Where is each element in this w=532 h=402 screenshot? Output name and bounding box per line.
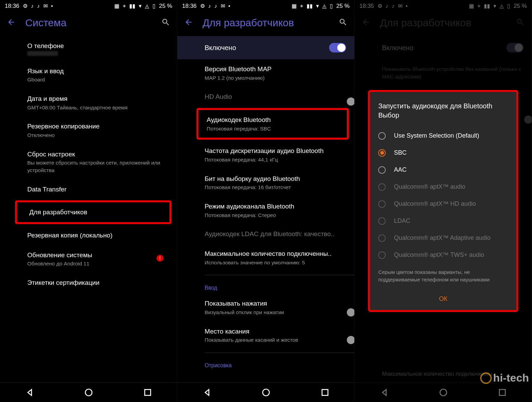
- nav-home-icon[interactable]: [262, 388, 270, 397]
- dialog-note: Серым цветом показаны варианты, не подде…: [378, 264, 508, 288]
- svg-point-2: [263, 389, 269, 396]
- master-toggle[interactable]: Включено: [177, 36, 354, 59]
- nfc-icon: ▦: [292, 3, 297, 9]
- radio-option-sbc[interactable]: SBC: [378, 144, 508, 161]
- section-input: Ввод: [177, 279, 354, 294]
- nfc-icon: ▦: [114, 3, 119, 9]
- toggle-switch[interactable]: [329, 43, 346, 52]
- radio-option-default[interactable]: Use System Selection (Default): [378, 127, 508, 144]
- battery-icon: ▯: [330, 3, 333, 9]
- radio-icon: [378, 217, 386, 225]
- item-reset[interactable]: Сброс настроек Вы можете сбросить настро…: [0, 144, 177, 180]
- svg-rect-1: [145, 389, 150, 395]
- codec-dialog: Запустить аудиокодек для Bluetooth Выбор…: [368, 90, 518, 312]
- nav-recent-icon[interactable]: [143, 388, 152, 397]
- radio-icon: [378, 183, 386, 191]
- item-pointer-location[interactable]: Место касания Показывать данные касаний …: [177, 322, 354, 349]
- gear-icon: ⚙: [200, 3, 205, 9]
- nav-back-icon[interactable]: [25, 388, 34, 397]
- watermark: hi-tech: [480, 372, 529, 384]
- item-language[interactable]: Язык и ввод Gboard: [0, 61, 177, 89]
- radio-icon: [378, 251, 386, 259]
- dialog-title: Запустить аудиокодек для Bluetooth Выбор: [378, 102, 508, 120]
- radio-option-ldac: LDAC: [378, 213, 508, 230]
- tiktok-icon: ♪: [31, 3, 34, 9]
- bluetooth-icon: ⌖: [123, 3, 126, 9]
- page-title: Для разработчиков: [203, 17, 329, 29]
- settings-list: О телефоне Язык и ввод Gboard Дата и вре…: [0, 36, 177, 382]
- item-about-phone[interactable]: О телефоне: [0, 36, 177, 61]
- vibrate-icon: ▮▮: [307, 3, 313, 9]
- battery-pct: 25 %: [336, 3, 350, 10]
- status-time: 18:36: [5, 3, 19, 10]
- dialog-overlay[interactable]: Запустить аудиокодек для Bluetooth Выбор…: [355, 0, 532, 402]
- nav-back-icon[interactable]: [203, 388, 211, 397]
- item-ldac-quality: Аудиокодек LDAC для Bluetooth: качество.…: [177, 224, 354, 244]
- item-developer-options[interactable]: Для разработчиков: [15, 200, 172, 224]
- wifi-icon: ▾: [139, 3, 142, 9]
- svg-rect-3: [322, 389, 328, 395]
- search-icon[interactable]: [339, 18, 348, 28]
- ok-button[interactable]: ОК: [378, 288, 508, 310]
- wifi-icon: ▾: [316, 3, 319, 9]
- back-icon[interactable]: [7, 18, 16, 28]
- item-bt-sample-rate[interactable]: Частота дискретизации аудио Bluetooth По…: [177, 141, 354, 169]
- radio-icon: [378, 132, 386, 140]
- vibrate-icon: ▮▮: [129, 3, 135, 9]
- status-time: 18:36: [182, 3, 197, 10]
- radio-option-aptx: Qualcomm® aptX™ audio: [378, 179, 508, 196]
- search-icon[interactable]: [161, 18, 170, 28]
- radio-icon: [378, 166, 386, 174]
- nav-recent-icon[interactable]: [321, 388, 329, 397]
- page-title: Система: [25, 17, 152, 29]
- status-bar: 18:36 ⚙ ♪ ♪ ✉ • ▦ ⌖ ▮▮ ▾ ◬ ▯ 25 %: [177, 0, 354, 12]
- radio-option-aptx-hd: Qualcomm® aptX™ HD audio: [378, 196, 508, 213]
- item-bt-bits[interactable]: Бит на выборку аудио Bluetooth Потоковая…: [177, 169, 354, 197]
- gmail-icon: ✉: [43, 3, 48, 9]
- item-bt-codec[interactable]: Аудиокодек Bluetooth Потоковая передача:…: [196, 108, 349, 140]
- radio-option-aac[interactable]: AAC: [378, 161, 508, 179]
- screenshot-codec-dialog: 18:35 ⚙ ♪ ♪ ✉ • ▦ ⌖ ▮▮ ▾ ◬ ▯ 25 % Для ра…: [355, 0, 532, 402]
- item-show-taps[interactable]: Показывать нажатия Визуальный отклик при…: [177, 294, 354, 321]
- tiktok-icon: ♪: [215, 3, 217, 9]
- no-sim-icon: ◬: [145, 3, 149, 9]
- item-date-time[interactable]: Дата и время GMT+08:00 Тайвань, стандарт…: [0, 89, 177, 117]
- screenshot-devoptions: 18:36 ⚙ ♪ ♪ ✉ • ▦ ⌖ ▮▮ ▾ ◬ ▯ 25 % Для ра…: [177, 0, 355, 402]
- tiktok-icon: ♪: [37, 3, 40, 9]
- divider: [205, 275, 354, 275]
- item-backup[interactable]: Резервное копирование Отключено: [0, 117, 177, 144]
- screenshot-system: 18:36 ⚙ ♪ ♪ ✉ • ▦ ⌖ ▮▮ ▾ ◬ ▯ 25 % Систем…: [0, 0, 177, 402]
- status-bar: 18:36 ⚙ ♪ ♪ ✉ • ▦ ⌖ ▮▮ ▾ ◬ ▯ 25 %: [0, 0, 177, 12]
- section-drawing: Отрисовка: [177, 356, 354, 371]
- item-local-backup[interactable]: Резервная копия (локально): [0, 226, 177, 245]
- item-certification[interactable]: Этикетки сертификации: [0, 273, 177, 293]
- item-data-transfer[interactable]: Data Transfer: [0, 180, 177, 199]
- update-badge: !: [157, 255, 163, 262]
- no-sim-icon: ◬: [322, 3, 326, 9]
- nav-home-icon[interactable]: [84, 388, 93, 397]
- radio-icon: [378, 200, 386, 208]
- radio-icon: [378, 149, 386, 157]
- svg-point-0: [85, 389, 92, 396]
- divider: [205, 353, 354, 353]
- gear-icon: ⚙: [23, 3, 28, 9]
- radio-option-aptx-adaptive: Qualcomm® aptX™ Adaptive audio: [378, 230, 508, 247]
- tiktok-icon: ♪: [208, 3, 211, 9]
- page-header: Для разработчиков: [177, 12, 354, 36]
- back-icon[interactable]: [184, 18, 193, 28]
- more-icon: •: [228, 3, 231, 9]
- item-bt-channel[interactable]: Режим аудиоканала Bluetooth Потоковая пе…: [177, 197, 354, 224]
- item-hd-audio: HD Audio: [177, 87, 354, 107]
- item-bt-map[interactable]: Версия Bluetooth MAP MAP 1.2 (по умолчан…: [177, 59, 354, 87]
- page-header: Система: [0, 12, 177, 36]
- nav-bar: [0, 382, 177, 402]
- more-icon: •: [51, 3, 53, 9]
- battery-icon: ▯: [152, 3, 156, 9]
- nav-bar: [177, 382, 354, 402]
- battery-pct: 25 %: [159, 3, 172, 10]
- radio-icon: [378, 234, 386, 242]
- watermark-icon: [480, 372, 492, 384]
- item-system-update[interactable]: Обновление системы Обновлено до Android …: [0, 245, 177, 273]
- item-max-connected[interactable]: Максимальное количество подключенны.. Ис…: [177, 244, 354, 272]
- dev-options-list: Версия Bluetooth MAP MAP 1.2 (по умолчан…: [177, 59, 354, 382]
